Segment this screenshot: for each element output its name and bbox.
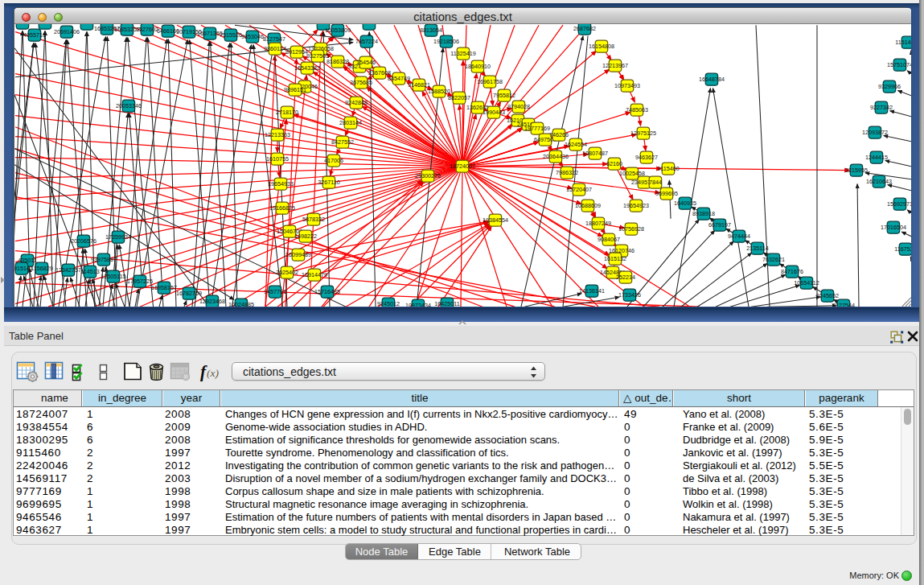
svg-text:16425011: 16425011 — [434, 300, 459, 307]
svg-text:18807249: 18807249 — [585, 220, 611, 227]
svg-text:19654923: 19654923 — [623, 202, 649, 209]
svg-text:9245012: 9245012 — [377, 300, 400, 307]
svg-text:17016504: 17016504 — [881, 224, 906, 231]
svg-text:9463627: 9463627 — [635, 154, 658, 161]
svg-text:9896151: 9896151 — [284, 86, 306, 93]
svg-text:12213967: 12213967 — [602, 62, 628, 69]
svg-text:16210643: 16210643 — [866, 178, 892, 185]
svg-text:9115460: 9115460 — [657, 165, 679, 172]
svg-text:4055713: 4055713 — [23, 31, 46, 39]
svg-text:12342757: 12342757 — [55, 266, 81, 274]
svg-text:10024885: 10024885 — [228, 301, 254, 307]
svg-text:29300275: 29300275 — [415, 172, 441, 179]
svg-text:7632621: 7632621 — [762, 256, 785, 263]
svg-text:18640910: 18640910 — [465, 63, 491, 70]
svg-text:9457791: 9457791 — [264, 288, 286, 295]
svg-text:1640935: 1640935 — [674, 200, 696, 207]
svg-text:417006: 417006 — [324, 157, 343, 164]
svg-text:9245652: 9245652 — [816, 292, 839, 299]
svg-text:10807487: 10807487 — [582, 150, 608, 157]
svg-text:10973434: 10973434 — [405, 302, 431, 307]
svg-text:16053809: 16053809 — [325, 27, 351, 34]
svg-text:1498222: 1498222 — [294, 233, 317, 240]
svg-text:18724007: 18724007 — [450, 163, 475, 170]
svg-text:8822057: 8822057 — [448, 94, 470, 101]
svg-text:9699695: 9699695 — [655, 190, 678, 197]
svg-text:1156829: 1156829 — [31, 265, 52, 272]
svg-text:2718170: 2718170 — [276, 109, 298, 116]
svg-text:114513: 114513 — [80, 268, 99, 275]
svg-text:9084067: 9084067 — [598, 236, 620, 243]
svg-text:11325419: 11325419 — [450, 50, 475, 57]
svg-text:16099489: 16099489 — [285, 251, 311, 258]
svg-text:19654933: 19654933 — [268, 180, 294, 187]
svg-text:8186328: 8186328 — [326, 58, 349, 65]
svg-text:10756928: 10756928 — [618, 225, 644, 233]
svg-text:12505115: 12505115 — [101, 273, 125, 280]
svg-text:9860124: 9860124 — [264, 45, 286, 52]
svg-text:16543382: 16543382 — [294, 64, 320, 72]
svg-text:1610755: 1610755 — [266, 155, 289, 163]
svg-text:16782759: 16782759 — [176, 290, 202, 297]
svg-text:1527602: 1527602 — [136, 26, 158, 33]
svg-text:1244415: 1244415 — [865, 154, 888, 161]
svg-text:20206576: 20206576 — [71, 237, 97, 245]
svg-text:1733426: 1733426 — [618, 291, 641, 299]
svg-text:8938918: 8938918 — [692, 210, 715, 217]
svg-text:12923468: 12923468 — [199, 298, 225, 305]
svg-text:20691406: 20691406 — [54, 28, 80, 35]
svg-text:19777169: 19777169 — [524, 125, 550, 132]
svg-text:10688609: 10688609 — [575, 202, 601, 209]
svg-text:1588520: 1588520 — [428, 88, 450, 95]
svg-text:252214: 252214 — [616, 274, 635, 281]
svg-text:62160: 62160 — [606, 160, 622, 167]
svg-text:2687682: 2687682 — [573, 25, 596, 32]
svg-text:9242848: 9242848 — [345, 99, 368, 106]
svg-text:3675685: 3675685 — [350, 79, 372, 86]
svg-text:20364436: 20364436 — [543, 153, 569, 160]
svg-text:3215955: 3215955 — [845, 167, 868, 174]
svg-text:17957225: 17957225 — [127, 278, 153, 285]
svg-text:7986322: 7986322 — [556, 169, 578, 176]
svg-text:1990443: 1990443 — [483, 109, 505, 116]
svg-text:16961758: 16961758 — [477, 78, 503, 85]
svg-text:16154808: 16154808 — [589, 43, 614, 50]
svg-text:5878332: 5878332 — [302, 216, 325, 223]
svg-text:6679197: 6679197 — [708, 221, 731, 229]
svg-text:8427552: 8427552 — [331, 138, 354, 146]
svg-text:9474444: 9474444 — [728, 233, 750, 240]
svg-text:8454749: 8454749 — [388, 75, 410, 82]
svg-text:16958157: 16958157 — [151, 284, 177, 291]
svg-text:16648784: 16648784 — [699, 76, 725, 83]
svg-text:15720407: 15720407 — [566, 186, 592, 193]
svg-text:15692971: 15692971 — [887, 200, 911, 208]
svg-text:1615132: 1615132 — [604, 255, 626, 262]
svg-text:1167533: 1167533 — [894, 245, 911, 253]
svg-text:11514808: 11514808 — [895, 39, 911, 46]
svg-text:7857224: 7857224 — [355, 38, 378, 45]
svg-text:12093872: 12093872 — [862, 129, 888, 136]
svg-text:15716485: 15716485 — [314, 288, 340, 295]
svg-text:154546: 154546 — [356, 59, 376, 66]
svg-text:(x): (x) — [207, 367, 219, 379]
svg-text:7515526: 7515526 — [220, 31, 242, 39]
svg-text:20053346: 20053346 — [116, 102, 142, 109]
svg-text:12975125: 12975125 — [630, 130, 656, 137]
svg-text:15751074: 15751074 — [887, 61, 911, 68]
svg-text:2135114: 2135114 — [746, 245, 768, 252]
svg-text:7844: 7844 — [649, 179, 662, 186]
svg-text:19166825: 19166825 — [269, 204, 295, 212]
svg-text:8471676: 8471676 — [781, 268, 803, 275]
svg-text:9329966: 9329966 — [878, 83, 901, 90]
svg-text:8127547: 8127547 — [263, 35, 285, 43]
svg-text:93975887: 93975887 — [91, 256, 117, 263]
svg-text:10654112: 10654112 — [794, 279, 819, 286]
svg-text:8813054: 8813054 — [420, 27, 442, 34]
svg-text:19384554: 19384554 — [483, 216, 508, 224]
svg-text:19218506: 19218506 — [433, 38, 459, 45]
svg-text:9227342: 9227342 — [870, 104, 893, 111]
svg-text:12213363: 12213363 — [265, 131, 290, 138]
svg-text:2803144: 2803144 — [339, 119, 362, 126]
svg-text:7485063: 7485063 — [626, 106, 648, 113]
svg-text:9146821: 9146821 — [408, 81, 430, 89]
